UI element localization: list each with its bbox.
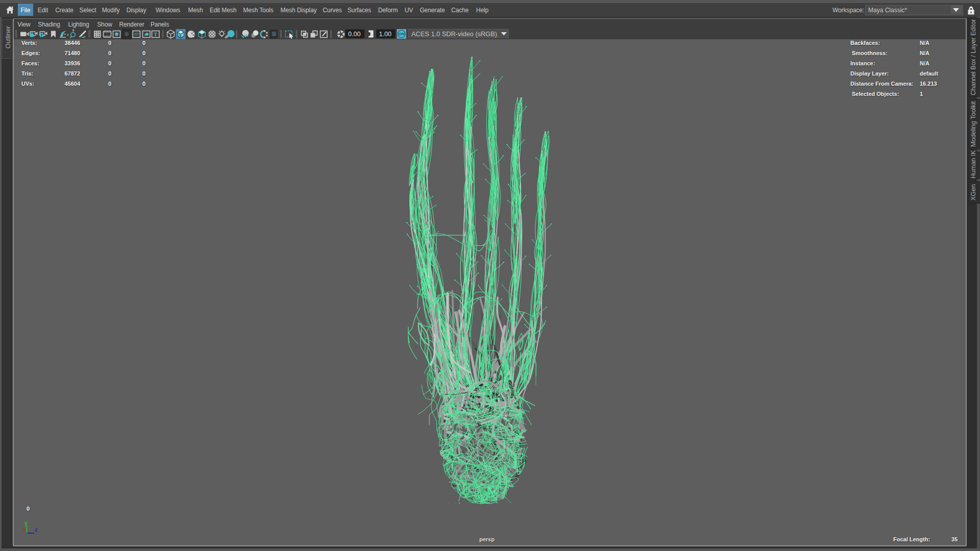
svg-text:x: x xyxy=(23,527,26,532)
svg-text:0.00: 0.00 xyxy=(348,31,360,38)
svg-text:ACES 1.0 SDR-video (sRGB): ACES 1.0 SDR-video (sRGB) xyxy=(411,30,497,38)
svg-text:1.00: 1.00 xyxy=(379,31,391,38)
svg-text:y: y xyxy=(24,520,28,526)
svg-text:T: T xyxy=(154,32,157,37)
svg-text:z: z xyxy=(35,527,38,533)
svg-text:ON: ON xyxy=(399,32,404,36)
